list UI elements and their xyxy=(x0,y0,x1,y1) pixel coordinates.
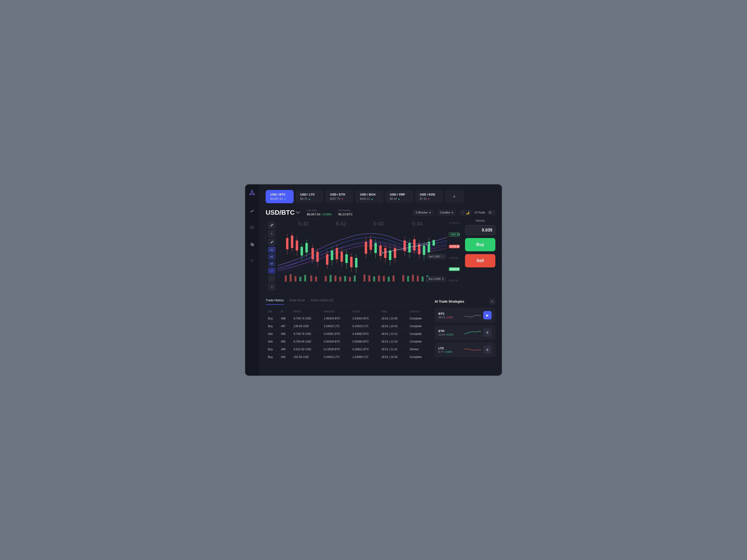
pair-dropdown[interactable] xyxy=(297,211,299,215)
pair-tab-xrp[interactable]: USD / XRP $0.44 ▲ xyxy=(385,190,413,203)
svg-rect-76 xyxy=(433,240,435,246)
svg-rect-50 xyxy=(365,242,367,254)
strategy-play-btc[interactable]: ▶ xyxy=(483,311,492,319)
row-dir: Sell xyxy=(266,338,279,346)
table-row: Sell 496 9,749.74 USD 0.43581 BTC 0.4368… xyxy=(266,330,430,338)
strategy-info-btc: BTC 98.23 -2.92% xyxy=(438,312,462,319)
volume-input[interactable] xyxy=(465,225,495,235)
svg-rect-81 xyxy=(290,274,291,282)
row-status: Complete xyxy=(407,330,430,338)
pair-tab-bch[interactable]: USD / BCH $434.11 ▲ xyxy=(355,190,383,203)
row-amount: 2.04015 LTC xyxy=(321,322,350,330)
svg-rect-87 xyxy=(325,276,327,282)
svg-rect-82 xyxy=(294,276,297,282)
col-amount: AMOUNT xyxy=(321,309,350,315)
ai-trade-toggle[interactable] xyxy=(488,211,495,215)
pair-tab-ltc[interactable]: USD / LTC $8.76 ▲ xyxy=(295,190,324,203)
row-id: 497 xyxy=(279,322,291,330)
row-amount: 1.90304 BTC xyxy=(321,315,350,322)
row-total: 0.43682 BTC xyxy=(350,330,379,338)
sell-price-label: 9,741.35 xyxy=(449,245,460,248)
svg-rect-28 xyxy=(301,247,303,256)
row-dir: Buy xyxy=(266,315,279,322)
svg-rect-104 xyxy=(417,276,418,282)
svg-rect-64 xyxy=(403,241,406,251)
svg-rect-7 xyxy=(251,226,254,227)
add-strategy-button[interactable]: + xyxy=(489,298,495,304)
buy-button[interactable]: Buy xyxy=(465,238,495,251)
volume-stat: 24h volume 98.23 BTC xyxy=(338,209,353,216)
buy-tooltip-close[interactable]: ✕ xyxy=(442,278,444,280)
tab-active-orders[interactable]: Active Orders (5) xyxy=(310,298,333,305)
current-price-label: 9,807.83 xyxy=(449,233,460,237)
strategy-pause-eth[interactable]: ⏸ xyxy=(483,328,492,337)
main-content: USD / BTC $9,807.83 ▲ USD / LTC $8.76 ▲ … xyxy=(259,184,502,376)
bottom-section: Trade History Order Book Active Orders (… xyxy=(266,298,495,361)
bottom-tabs: Trade History Order Book Active Orders (… xyxy=(266,298,430,305)
svg-rect-92 xyxy=(349,277,351,282)
chart-tools: + A1 A2 A3 A4 ⋯ ∨ xyxy=(268,222,275,290)
more-tool[interactable]: ⋯ xyxy=(268,275,275,282)
strategy-card-eth: ETH 12.64 +3.02% ⏸ xyxy=(435,325,495,340)
a4-tool[interactable]: A4 xyxy=(268,268,275,273)
table-row: Buy 498 9,759.74 USD 1.90304 BTC 2.94304… xyxy=(266,315,430,322)
pair-tabs: USD / BTC $9,807.83 ▲ USD / LTC $8.76 ▲ … xyxy=(266,190,495,203)
sell-button[interactable]: Sell xyxy=(465,254,495,267)
svg-rect-99 xyxy=(388,277,390,282)
svg-rect-56 xyxy=(379,245,382,256)
sidebar-item-filter[interactable] xyxy=(248,257,256,266)
add-tool[interactable]: + xyxy=(268,230,275,237)
tab-order-book[interactable]: Order Book xyxy=(289,298,305,305)
theme-toggle[interactable]: ☀ 🌙 xyxy=(459,210,472,216)
pencil-tool[interactable] xyxy=(268,238,275,245)
chart-type-selector[interactable]: Candles ▾ xyxy=(437,209,456,216)
edit-tool[interactable] xyxy=(268,222,275,229)
a1-tool[interactable]: A1 xyxy=(268,247,275,252)
sidebar-item-orders[interactable] xyxy=(248,224,256,233)
sell-tooltip-close[interactable]: ✕ xyxy=(442,255,444,258)
ai-strategies-panel: AI Trade Strategies + BTC 98.23 -2.92% ▶… xyxy=(435,298,495,361)
svg-rect-101 xyxy=(402,275,404,282)
svg-rect-94 xyxy=(363,274,365,282)
svg-point-1 xyxy=(251,190,253,192)
pair-tab-btc[interactable]: USD / BTC $9,807.83 ▲ xyxy=(266,190,294,203)
svg-rect-36 xyxy=(326,254,328,265)
sidebar-item-tools[interactable] xyxy=(248,240,256,249)
svg-rect-24 xyxy=(291,236,293,248)
sell-tooltip: Sell 1.2837 ✕ xyxy=(427,254,446,259)
row-id: 494 xyxy=(279,346,291,353)
chart-container: + A1 A2 A3 A4 ⋯ ∨ 5:41 xyxy=(266,219,461,294)
row-amount: 0.43522 LTC xyxy=(321,353,350,361)
svg-point-0 xyxy=(251,192,253,194)
col-id: ID xyxy=(279,309,291,315)
row-time: 18:01 | 11:41 xyxy=(379,346,407,353)
buy-tooltip: Buy 2.4038 ✕ xyxy=(427,276,446,282)
strategy-chart-eth xyxy=(465,329,481,336)
a3-tool[interactable]: A3 xyxy=(268,261,275,266)
tab-trade-history[interactable]: Trade History xyxy=(266,298,284,305)
row-id: 495 xyxy=(279,338,291,346)
chart-stats: Last price $9,807.83 +3.59% 24h volume 9… xyxy=(307,209,353,216)
strategy-price-btc: 98.23 -2.92% xyxy=(438,316,462,319)
a2-tool[interactable]: A2 xyxy=(268,254,275,260)
svg-rect-62 xyxy=(394,248,396,258)
svg-rect-95 xyxy=(368,275,370,282)
svg-rect-85 xyxy=(310,275,312,282)
collapse-tool[interactable]: ∨ xyxy=(268,283,275,290)
strategy-card-ltc: LTC 8.77 +3.82% ⏸ xyxy=(435,342,495,357)
pair-tab-eos[interactable]: USD / EOS $7.10 ▼ xyxy=(415,190,443,203)
svg-rect-22 xyxy=(286,238,288,249)
col-dir: DIR xyxy=(266,309,279,315)
pair-tab-eth[interactable]: USD / ETH $287.79 ▼ xyxy=(326,190,354,203)
col-price: PRICE xyxy=(291,309,321,315)
svg-rect-93 xyxy=(354,275,356,282)
svg-rect-86 xyxy=(315,276,317,282)
svg-rect-68 xyxy=(413,239,415,250)
ai-strategies-header: AI Trade Strategies + xyxy=(435,298,495,304)
timeframe-selector[interactable]: 5 Minutes ▾ xyxy=(412,209,434,216)
svg-rect-30 xyxy=(305,243,308,253)
strategy-info-eth: ETH 12.64 +3.02% xyxy=(438,329,462,336)
strategy-pause-ltc[interactable]: ⏸ xyxy=(483,346,492,354)
add-pair-button[interactable]: + xyxy=(445,190,464,203)
sidebar-item-chart[interactable] xyxy=(248,207,256,216)
